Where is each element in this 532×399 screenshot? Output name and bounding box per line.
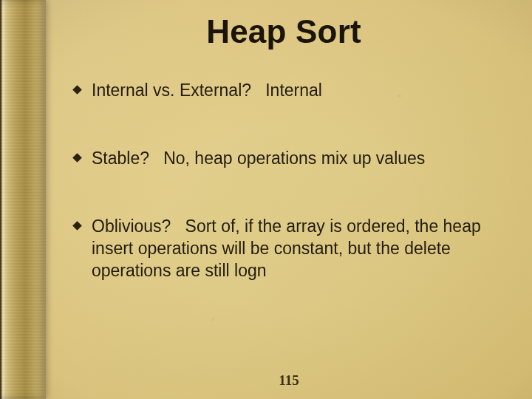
bullet-question: Internal vs. External? bbox=[92, 81, 251, 100]
list-item: Stable? No, heap operations mix up value… bbox=[72, 148, 495, 170]
bullet-answer: No, heap operations mix up values bbox=[163, 149, 425, 168]
book-spine bbox=[0, 0, 46, 399]
bullet-answer: Internal bbox=[265, 81, 322, 100]
page-title: Heap Sort bbox=[72, 13, 495, 50]
slide-page: Heap Sort Internal vs. External? Interna… bbox=[0, 0, 532, 399]
diamond-bullet-icon bbox=[72, 85, 82, 95]
page-number: 115 bbox=[46, 372, 532, 389]
bullet-list: Internal vs. External? Internal Stable? … bbox=[72, 80, 495, 282]
slide-content: Heap Sort Internal vs. External? Interna… bbox=[46, 0, 532, 399]
list-item: Internal vs. External? Internal bbox=[72, 80, 495, 102]
bullet-question: Oblivious? bbox=[92, 216, 171, 236]
diamond-bullet-icon bbox=[72, 221, 82, 231]
list-item: Oblivious? Sort of, if the array is orde… bbox=[72, 216, 495, 282]
bullet-question: Stable? bbox=[92, 149, 149, 168]
diamond-bullet-icon bbox=[72, 153, 82, 163]
